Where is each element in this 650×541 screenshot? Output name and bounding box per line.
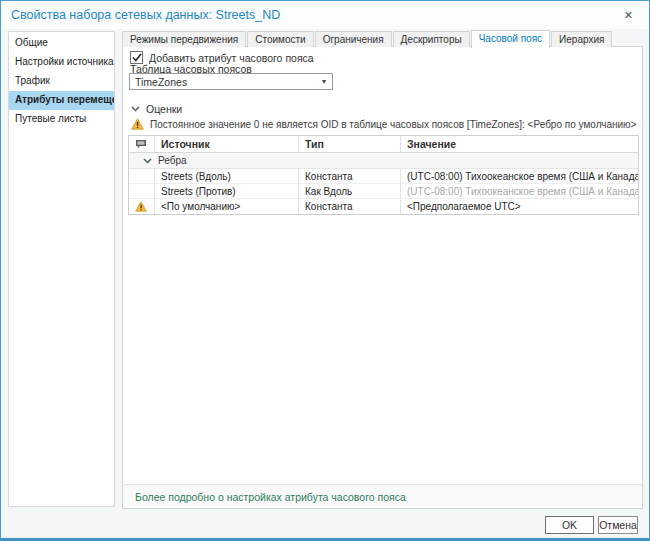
column-header-value[interactable]: Значение [401,136,638,152]
ok-button[interactable]: OK [545,516,594,534]
row-value: (UTC-08:00) Тихоокеанское время (США и К… [401,184,638,198]
chevron-down-icon [143,158,152,164]
row-type: Константа [299,169,401,183]
row-status-cell [129,184,155,198]
table-row[interactable]: Streets (Вдоль) Константа (UTC-08:00) Ти… [129,169,638,184]
tab-costs[interactable]: Стоимости [247,31,313,47]
warning-icon [135,201,147,212]
timezone-help-link[interactable]: Более подробно о настройках атрибута час… [135,491,406,503]
table-group-row-edges[interactable]: Ребра [129,153,638,169]
sidebar-item-source-settings[interactable]: Настройки источника [9,53,114,72]
column-header-type[interactable]: Тип [299,136,401,152]
time-zone-tab-panel: Добавить атрибут часового пояса Таблица … [122,46,643,509]
speech-bubble-icon [135,139,147,149]
table-header-row: Источник Тип Значение [129,136,638,153]
row-value: <Предполагаемое UTC> [401,199,638,214]
column-header-source[interactable]: Источник [155,136,299,152]
tab-time-zone[interactable]: Часовой пояс [471,30,550,48]
dialog-title: Свойства набора сетевых данных: Streets_… [11,8,280,22]
titlebar: Свойства набора сетевых данных: Streets_… [1,1,649,29]
row-status-cell [129,169,155,183]
sidebar-item-general[interactable]: Общие [9,34,114,53]
row-type: Как Вдоль [299,184,401,198]
cancel-button[interactable]: Отмена [598,516,638,534]
chevron-down-icon [131,106,140,112]
timezone-table-value: TimeZones [135,76,187,88]
row-status-cell [129,199,155,214]
warning-message-row: Постоянное значение 0 не является OID в … [131,118,636,130]
row-source: Streets (Против) [155,184,299,198]
row-source: <По умолчанию> [155,199,299,214]
tab-restrictions[interactable]: Ограничения [315,31,392,47]
chevron-down-icon: ▾ [322,77,332,86]
row-value: (UTC-08:00) Тихоокеанское время (США и К… [401,169,638,183]
evaluators-section-title: Оценки [146,103,182,115]
evaluators-table: Источник Тип Значение Ребра Streets (Вдо… [128,135,639,215]
row-source: Streets (Вдоль) [155,169,299,183]
table-row[interactable]: <По умолчанию> Константа <Предполагаемое… [129,199,638,214]
sidebar: Общие Настройки источника Трафик Атрибут… [8,31,115,507]
sidebar-item-traffic[interactable]: Трафик [9,72,114,91]
sidebar-item-directions[interactable]: Путевые листы [9,110,114,129]
table-row[interactable]: Streets (Против) Как Вдоль (UTC-08:00) Т… [129,184,638,199]
warning-icon [131,118,144,130]
warning-message-text: Постоянное значение 0 не является OID в … [150,119,636,130]
group-row-label: Ребра [158,155,187,166]
network-dataset-properties-dialog: Свойства набора сетевых данных: Streets_… [0,0,650,541]
evaluators-section-header[interactable]: Оценки [131,103,182,115]
comment-column-header [129,136,155,152]
help-strip: Более подробно о настройках атрибута час… [123,484,642,508]
timezone-table-combobox[interactable]: TimeZones ▾ [129,73,333,90]
tab-descriptors[interactable]: Дескрипторы [393,31,470,47]
sidebar-item-travel-attributes[interactable]: Атрибуты перемещения [9,91,114,110]
tab-strip: Режимы передвижения Стоимости Ограничени… [122,31,613,47]
tab-travel-modes[interactable]: Режимы передвижения [122,31,246,47]
checkmark-icon [132,53,142,62]
row-type: Константа [299,199,401,214]
tab-hierarchy[interactable]: Иерархия [551,31,612,47]
add-timezone-attribute-label: Добавить атрибут часового пояса [149,52,314,64]
close-icon[interactable]: ✕ [618,7,639,24]
